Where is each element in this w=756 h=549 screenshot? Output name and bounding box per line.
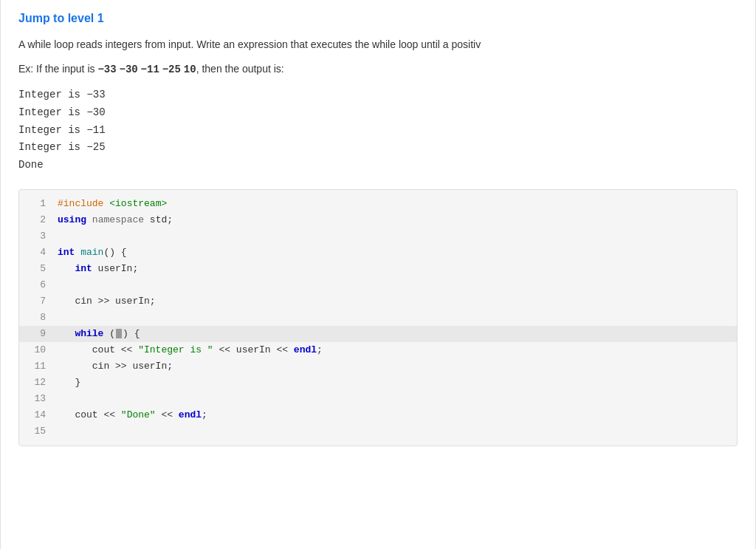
- line-number-5: 5: [25, 262, 46, 277]
- code-content-1: #include <iostream>: [58, 197, 167, 212]
- example-suffix: , then the output is:: [196, 63, 284, 75]
- code-content-7: cin >> userIn;: [58, 294, 156, 310]
- line-number-14: 14: [25, 408, 46, 423]
- line-number-15: 15: [25, 424, 46, 440]
- line-number-1: 1: [25, 197, 46, 212]
- output-line-3: Integer is −11: [18, 122, 738, 140]
- code-line-11: 11 cin >> userIn;: [19, 358, 737, 375]
- code-line-6: 6: [19, 277, 737, 293]
- code-content-13: [58, 392, 63, 407]
- output-line-done: Done: [18, 157, 738, 174]
- output-block: Integer is −33 Integer is −30 Integer is…: [18, 86, 738, 174]
- code-content-10: cout << "Integer is " << userIn << endl;: [58, 343, 323, 358]
- code-content-12: }: [58, 375, 80, 391]
- example-input-3: −11: [141, 64, 159, 75]
- code-line-1: 1 #include <iostream>: [19, 196, 737, 212]
- line-number-13: 13: [25, 392, 46, 407]
- example-prefix: Ex: If the input is: [18, 63, 97, 75]
- code-line-5: 5 int userIn;: [19, 261, 737, 277]
- line-number-3: 3: [25, 229, 46, 245]
- line-number-8: 8: [25, 310, 46, 326]
- code-line-8: 8: [19, 310, 737, 326]
- example-input-1: −33: [97, 64, 116, 75]
- jump-to-level-link[interactable]: Jump to level 1: [18, 12, 104, 25]
- output-line-2: Integer is −30: [18, 104, 738, 122]
- code-content-2: using namespace std;: [58, 213, 173, 228]
- example-input-2: −30: [120, 64, 138, 75]
- output-line-4: Integer is −25: [18, 139, 738, 157]
- code-line-3: 3: [19, 228, 737, 245]
- code-content-15: [58, 424, 63, 440]
- code-line-15: 15: [19, 423, 737, 440]
- example-input-4: −25: [162, 64, 181, 75]
- code-content-3: [58, 229, 63, 245]
- code-content-5: int userIn;: [58, 262, 138, 277]
- line-number-10: 10: [25, 343, 46, 358]
- code-line-2: 2 using namespace std;: [19, 212, 737, 228]
- code-line-14: 14 cout << "Done" << endl;: [19, 407, 737, 423]
- code-editor[interactable]: 1 #include <iostream> 2 using namespace …: [18, 189, 738, 446]
- code-content-9: while () {: [58, 327, 140, 342]
- line-number-2: 2: [25, 213, 46, 228]
- code-content-14: cout << "Done" << endl;: [58, 408, 207, 423]
- code-line-9[interactable]: 9 while () {: [19, 326, 737, 342]
- code-content-4: int main() {: [58, 245, 127, 261]
- output-line-1: Integer is −33: [18, 86, 738, 104]
- description-text: A while loop reads integers from input. …: [18, 37, 738, 52]
- code-content-8: [58, 310, 63, 326]
- code-line-13: 13: [19, 391, 737, 407]
- line-number-11: 11: [25, 359, 46, 375]
- code-line-10: 10 cout << "Integer is " << userIn << en…: [19, 342, 737, 358]
- example-input-5: 10: [184, 64, 196, 75]
- code-content-6: [58, 278, 63, 293]
- code-line-7: 7 cin >> userIn;: [19, 293, 737, 310]
- line-number-6: 6: [25, 278, 46, 293]
- line-number-7: 7: [25, 294, 46, 310]
- code-content-11: cin >> userIn;: [58, 359, 173, 375]
- line-number-12: 12: [25, 375, 46, 391]
- code-line-4: 4 int main() {: [19, 245, 737, 261]
- page-container: Jump to level 1 A while loop reads integ…: [0, 0, 756, 549]
- example-line: Ex: If the input is −33 −30 −11 −25 10, …: [18, 61, 738, 78]
- code-line-12: 12 }: [19, 375, 737, 391]
- line-number-9: 9: [25, 327, 46, 342]
- line-number-4: 4: [25, 245, 46, 261]
